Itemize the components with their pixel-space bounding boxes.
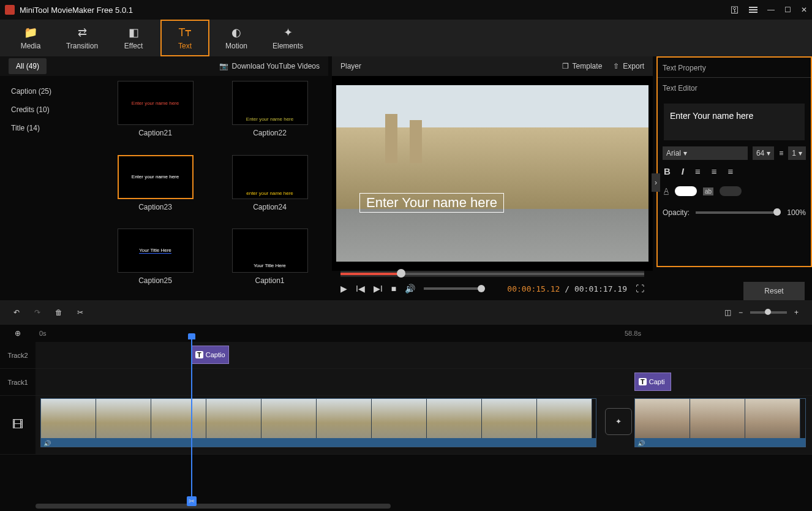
transition-icon: ⇄: [78, 26, 87, 39]
volume-slider[interactable]: [424, 287, 483, 290]
template-caption22[interactable]: Enter your name hereCaption22: [219, 81, 321, 148]
line-height-icon: ≡: [779, 149, 783, 157]
text-editor-header: Text Editor: [658, 77, 811, 99]
scissors-icon[interactable]: ✂: [187, 496, 197, 506]
folder-icon: 📁: [24, 26, 37, 39]
download-youtube-link[interactable]: 📷Download YouTube Videos: [219, 62, 320, 70]
text-clip-track1[interactable]: TCapti: [634, 373, 671, 391]
export-icon: ⇧: [613, 62, 619, 70]
audio-strip: [41, 438, 596, 447]
stack-icon: ❐: [562, 62, 569, 70]
zoom-in-button[interactable]: +: [794, 308, 799, 317]
text-content-input[interactable]: Enter Your name here: [664, 104, 805, 140]
font-family-select[interactable]: Arial▾: [663, 146, 748, 160]
panel-expand-button[interactable]: ›: [652, 173, 660, 192]
italic-button[interactable]: I: [682, 166, 684, 176]
reset-button[interactable]: Reset: [743, 282, 805, 300]
play-button[interactable]: ▶: [340, 284, 347, 293]
highlight-color-icon: ab: [703, 187, 713, 195]
track-1: Track1 TCapti: [0, 369, 812, 396]
camera-icon: 📷: [219, 62, 228, 70]
bold-button[interactable]: B: [664, 166, 671, 176]
text-clip-track2[interactable]: TCaptio: [191, 346, 229, 364]
cut-button[interactable]: ✂: [77, 308, 83, 317]
add-track-button[interactable]: ⊕: [0, 329, 36, 338]
tab-media[interactable]: 📁Media: [6, 20, 55, 56]
opacity-label: Opacity:: [663, 208, 690, 217]
key-icon[interactable]: ⚿: [731, 5, 739, 15]
line-height-select[interactable]: 1▾: [788, 146, 806, 160]
playback-time: 00:00:15.12 / 00:01:17.19: [507, 284, 627, 293]
track-2: Track2 TCaptio: [0, 342, 812, 369]
playhead[interactable]: ✂: [191, 338, 192, 505]
next-frame-button[interactable]: ▶I: [374, 284, 383, 293]
snap-icon[interactable]: ◫: [724, 308, 731, 317]
timeline-ruler[interactable]: ⊕ 0s 58.8s: [0, 325, 812, 342]
track-video: 🎞 🔊 ✦ 🔊: [0, 396, 812, 455]
redo-button[interactable]: ↷: [34, 308, 40, 317]
filmstrip-icon: 🎞: [0, 418, 36, 431]
text-icon: Tᴛ: [179, 26, 192, 39]
export-button[interactable]: ⇧Export: [613, 62, 644, 70]
template-caption25[interactable]: Your Title HereCaption25: [104, 229, 206, 295]
opacity-slider[interactable]: [696, 211, 781, 214]
timeline-scrollbar[interactable]: [36, 504, 391, 509]
video-clip-2[interactable]: 🔊: [634, 398, 806, 447]
volume-icon[interactable]: 🔊: [405, 284, 415, 293]
chevron-down-icon: ▾: [683, 149, 687, 157]
text-overlay[interactable]: Enter Your name here: [359, 193, 504, 213]
window-title: MiniTool MovieMaker Free 5.0.1: [20, 6, 731, 15]
sidebar-item-credits[interactable]: Credits (10): [11, 100, 97, 119]
maximize-button[interactable]: ☐: [784, 6, 791, 14]
tab-transition[interactable]: ⇄Transition: [58, 20, 107, 56]
highlight-color-swatch[interactable]: [720, 186, 742, 196]
sidebar-item-title[interactable]: Title (14): [11, 119, 97, 137]
align-center-button[interactable]: ≡: [712, 166, 717, 176]
stop-button[interactable]: ■: [391, 284, 396, 293]
tab-motion[interactable]: ◐Motion: [212, 20, 261, 56]
zoom-out-button[interactable]: −: [739, 308, 743, 317]
sidebar-item-caption[interactable]: Caption (25): [11, 82, 97, 100]
seekbar-thumb[interactable]: [397, 269, 405, 278]
text-color-icon: A: [664, 187, 669, 195]
tab-effect[interactable]: ◧Effect: [109, 20, 158, 56]
speaker-icon: 🔊: [637, 440, 645, 447]
tab-elements[interactable]: ✦Elements: [263, 20, 312, 56]
elements-icon: ✦: [284, 26, 293, 39]
timeline: ⊕ 0s 58.8s ✂ Track2 TCaptio Track1 TCapt…: [0, 325, 812, 511]
speaker-icon: 🔊: [43, 440, 51, 447]
text-property-header: Text Property: [658, 58, 811, 77]
menu-icon[interactable]: [749, 7, 757, 13]
template-button[interactable]: ❐Template: [562, 62, 603, 70]
chevron-down-icon: ▾: [767, 149, 770, 157]
align-right-button[interactable]: ≡: [728, 166, 734, 176]
tab-text[interactable]: TᴛText: [160, 20, 209, 56]
transition-placeholder[interactable]: ✦: [605, 408, 632, 435]
template-caption23[interactable]: Enter your name hereCaption23: [104, 155, 206, 222]
text-color-swatch[interactable]: [675, 186, 697, 196]
template-caption24[interactable]: enter your name hereCaption24: [219, 155, 321, 222]
close-button[interactable]: ✕: [801, 6, 807, 14]
minimize-button[interactable]: —: [767, 6, 775, 14]
category-sidebar: Caption (25) Credits (10) Title (14): [0, 76, 97, 300]
prev-frame-button[interactable]: I◀: [356, 284, 365, 293]
chevron-down-icon: ▾: [799, 149, 802, 157]
template-caption21[interactable]: Enter your name hereCaption21: [104, 81, 206, 148]
opacity-value: 100%: [787, 208, 806, 217]
effect-icon: ◧: [129, 26, 139, 39]
seekbar[interactable]: [340, 271, 644, 277]
player-title: Player: [340, 62, 361, 70]
app-logo: [5, 5, 15, 15]
category-all[interactable]: All (49): [9, 58, 47, 74]
fullscreen-button[interactable]: ⛶: [636, 284, 644, 293]
zoom-slider[interactable]: [750, 311, 787, 314]
video-clip-1[interactable]: 🔊: [40, 398, 596, 447]
undo-button[interactable]: ↶: [13, 308, 20, 317]
main-toolbar: 📁Media ⇄Transition ◧Effect TᴛText ◐Motio…: [0, 20, 812, 56]
delete-button[interactable]: 🗑: [55, 308, 62, 317]
align-left-button[interactable]: ≡: [695, 166, 701, 176]
video-preview[interactable]: Enter Your name here: [336, 85, 648, 262]
text-property-panel: Text Property Text Editor Enter Your nam…: [656, 56, 812, 267]
template-caption1[interactable]: Your Title HereCaption1: [219, 229, 321, 295]
font-size-select[interactable]: 64▾: [753, 146, 774, 160]
